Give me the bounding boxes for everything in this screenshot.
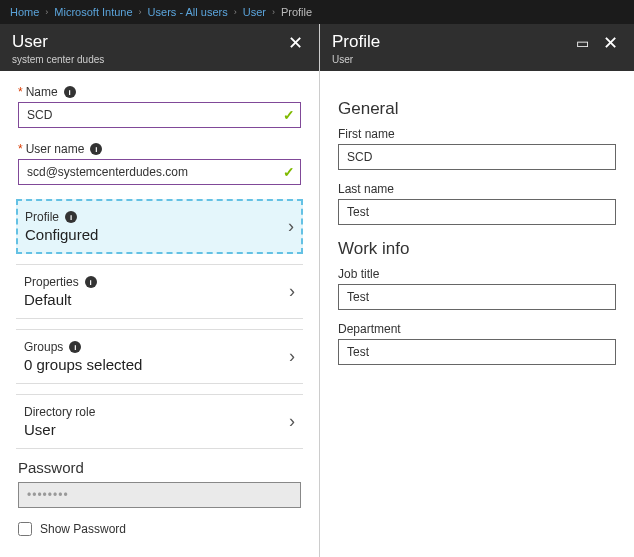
chevron-right-icon: › <box>45 7 48 17</box>
check-icon: ✓ <box>283 107 295 123</box>
close-icon[interactable]: ✕ <box>284 32 307 54</box>
general-heading: General <box>338 99 616 119</box>
blade-title: Profile <box>332 32 380 52</box>
blade-subtitle: User <box>332 54 380 65</box>
blade-header: Profile User ▭ ✕ <box>320 24 634 71</box>
job-title-input[interactable] <box>338 284 616 310</box>
chevron-right-icon: › <box>288 216 294 237</box>
chevron-right-icon: › <box>139 7 142 17</box>
chevron-right-icon: › <box>289 411 295 432</box>
first-name-label: First name <box>338 127 616 141</box>
nav-properties-value: Default <box>24 291 97 308</box>
info-icon[interactable]: i <box>90 143 102 155</box>
chevron-right-icon: › <box>234 7 237 17</box>
chevron-right-icon: › <box>289 346 295 367</box>
nav-properties[interactable]: Properties i Default › <box>16 264 303 319</box>
breadcrumb-home[interactable]: Home <box>10 6 39 18</box>
breadcrumb-profile: Profile <box>281 6 312 18</box>
chevron-right-icon: › <box>289 281 295 302</box>
nav-groups-value: 0 groups selected <box>24 356 142 373</box>
breadcrumb-users[interactable]: Users - All users <box>148 6 228 18</box>
blade-title: User <box>12 32 104 52</box>
password-input <box>18 482 301 508</box>
close-icon[interactable]: ✕ <box>599 32 622 54</box>
nav-profile[interactable]: Profile i Configured › <box>16 199 303 254</box>
department-label: Department <box>338 322 616 336</box>
department-input[interactable] <box>338 339 616 365</box>
nav-properties-label-text: Properties <box>24 275 79 289</box>
show-password-row[interactable]: Show Password <box>18 522 301 536</box>
work-info-heading: Work info <box>338 239 616 259</box>
last-name-label: Last name <box>338 182 616 196</box>
show-password-label: Show Password <box>40 522 126 536</box>
job-title-label: Job title <box>338 267 616 281</box>
username-input[interactable] <box>18 159 301 185</box>
nav-dirrole-value: User <box>24 421 95 438</box>
name-label-text: Name <box>26 85 58 99</box>
blade-subtitle: system center dudes <box>12 54 104 65</box>
name-label: * Name i <box>18 85 301 99</box>
breadcrumb-bar: Home › Microsoft Intune › Users - All us… <box>0 0 634 24</box>
nav-profile-label-text: Profile <box>25 210 59 224</box>
show-password-checkbox[interactable] <box>18 522 32 536</box>
nav-profile-value: Configured <box>25 226 98 243</box>
required-icon: * <box>18 142 23 156</box>
required-icon: * <box>18 85 23 99</box>
nav-properties-label: Properties i <box>24 275 97 289</box>
nav-dirrole-label: Directory role <box>24 405 95 419</box>
nav-groups[interactable]: Groups i 0 groups selected › <box>16 329 303 384</box>
maximize-icon[interactable]: ▭ <box>572 34 593 52</box>
password-label: Password <box>18 459 301 476</box>
breadcrumb-intune[interactable]: Microsoft Intune <box>54 6 132 18</box>
info-icon[interactable]: i <box>65 211 77 223</box>
profile-blade: Profile User ▭ ✕ General First name Last… <box>320 24 634 557</box>
first-name-input[interactable] <box>338 144 616 170</box>
user-blade: User system center dudes ✕ * Name i ✓ <box>0 24 320 557</box>
username-label: * User name i <box>18 142 301 156</box>
name-input[interactable] <box>18 102 301 128</box>
check-icon: ✓ <box>283 164 295 180</box>
nav-directory-role[interactable]: Directory role User › <box>16 394 303 449</box>
nav-groups-label: Groups i <box>24 340 142 354</box>
info-icon[interactable]: i <box>85 276 97 288</box>
info-icon[interactable]: i <box>69 341 81 353</box>
chevron-right-icon: › <box>272 7 275 17</box>
last-name-input[interactable] <box>338 199 616 225</box>
breadcrumb-user[interactable]: User <box>243 6 266 18</box>
nav-profile-label: Profile i <box>25 210 98 224</box>
info-icon[interactable]: i <box>64 86 76 98</box>
nav-groups-label-text: Groups <box>24 340 63 354</box>
username-label-text: User name <box>26 142 85 156</box>
blade-header: User system center dudes ✕ <box>0 24 319 71</box>
